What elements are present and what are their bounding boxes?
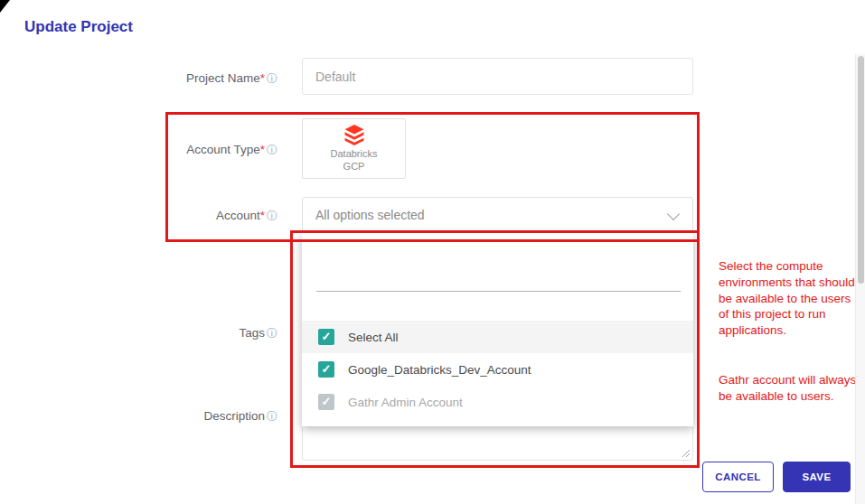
option-label: Google_Databricks_Dev_Account bbox=[348, 363, 531, 377]
annotation-note-gathr-account: Gathr account will always be available t… bbox=[719, 372, 857, 405]
resize-handle-icon[interactable] bbox=[681, 448, 690, 457]
required-asterisk: * bbox=[260, 143, 265, 156]
info-icon[interactable]: ⓘ bbox=[267, 410, 277, 423]
cancel-button[interactable]: CANCEL bbox=[702, 462, 774, 492]
account-select[interactable]: All options selected bbox=[302, 197, 693, 233]
chevron-down-icon bbox=[667, 208, 680, 220]
account-type-card-caption: Databricks GCP bbox=[331, 148, 378, 172]
account-type-card-databricks-gcp[interactable]: Databricks GCP bbox=[302, 118, 406, 179]
dropdown-option-select-all[interactable]: ✓ Select All bbox=[302, 321, 693, 353]
project-name-label: Project Name*ⓘ bbox=[186, 71, 277, 87]
required-asterisk: * bbox=[260, 209, 265, 222]
account-dropdown-panel: ✓ Select All ✓ Google_Databricks_Dev_Acc… bbox=[302, 233, 693, 426]
vertical-scrollbar-thumb[interactable] bbox=[858, 56, 864, 284]
account-label: Account*ⓘ bbox=[216, 209, 277, 224]
description-label: Descriptionⓘ bbox=[203, 409, 277, 425]
tags-label: Tagsⓘ bbox=[239, 326, 277, 341]
option-label: Select All bbox=[348, 331, 399, 344]
option-label: Gathr Admin Account bbox=[348, 396, 463, 409]
dropdown-option-gathr-admin-account: ✓ Gathr Admin Account bbox=[302, 386, 693, 418]
checkbox-checked-icon[interactable]: ✓ bbox=[318, 329, 334, 345]
page-title: Update Project bbox=[24, 18, 133, 36]
info-icon[interactable]: ⓘ bbox=[267, 327, 277, 340]
update-project-page: Update Project Project Name*ⓘ Account Ty… bbox=[0, 0, 865, 504]
project-name-input[interactable] bbox=[302, 58, 693, 95]
account-type-label: Account Type*ⓘ bbox=[186, 143, 277, 158]
dropdown-option-google-databricks-dev-account[interactable]: ✓ Google_Databricks_Dev_Account bbox=[302, 353, 693, 386]
save-button[interactable]: SAVE bbox=[783, 462, 851, 492]
vertical-scrollbar-track[interactable] bbox=[855, 54, 865, 504]
databricks-logo-icon bbox=[343, 125, 366, 145]
checkbox-checked-disabled-icon: ✓ bbox=[318, 394, 334, 410]
info-icon[interactable]: ⓘ bbox=[267, 210, 277, 222]
screenshot-corner-artifact bbox=[0, 0, 10, 13]
annotation-note-compute-environments: Select the compute environments that sho… bbox=[719, 258, 857, 339]
checkbox-checked-icon[interactable]: ✓ bbox=[318, 361, 334, 378]
info-icon[interactable]: ⓘ bbox=[267, 144, 277, 156]
info-icon[interactable]: ⓘ bbox=[267, 72, 277, 85]
dropdown-search-input[interactable] bbox=[316, 246, 681, 292]
account-select-value: All options selected bbox=[315, 208, 425, 222]
required-asterisk: * bbox=[260, 71, 265, 85]
